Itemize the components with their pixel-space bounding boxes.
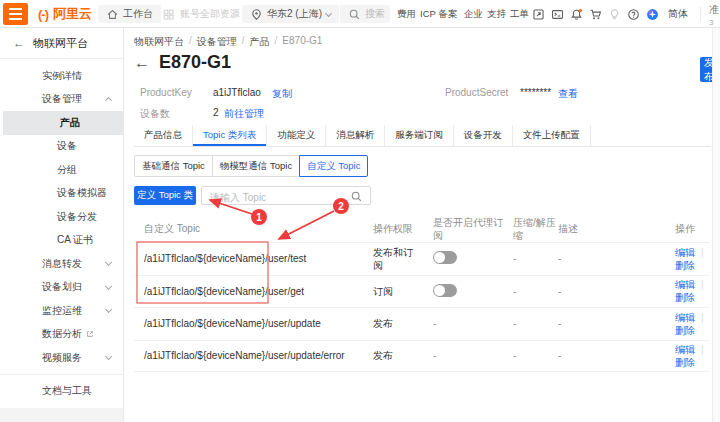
app-sphere-icon[interactable] — [646, 8, 659, 21]
breadcrumb-iot[interactable]: 物联网平台 — [134, 35, 184, 49]
segment-basic-topic[interactable]: 基础通信 Topic — [134, 155, 213, 177]
sidebar-item-ca-cert[interactable]: CA 证书 — [0, 229, 123, 253]
scrollbar-track[interactable] — [712, 28, 720, 422]
tab-topic-list[interactable]: Topic 类列表 — [193, 125, 267, 146]
breadcrumb: 物联网平台 / 设备管理 / 产品 / E870-G1 — [134, 35, 322, 49]
tab-file-upload-config[interactable]: 文件上传配置 — [513, 125, 591, 146]
help-icon[interactable] — [627, 8, 640, 21]
tab-server-subscription[interactable]: 服务端订阅 — [385, 125, 454, 146]
col-actions: 操作 — [675, 222, 710, 236]
sidebar-item-monitoring-ops[interactable]: 监控运维 — [0, 299, 123, 323]
sidebar-item-video-service[interactable]: 视频服务 — [0, 346, 123, 370]
aliyun-logo-icon: (-) — [38, 7, 48, 22]
topic-cell: /a1iJTflclao/${deviceName}/user/update — [144, 318, 373, 329]
chevron-up-icon — [105, 97, 112, 104]
view-link[interactable]: 查看 — [558, 87, 578, 101]
sidebar-title: 物联网平台 — [33, 36, 88, 51]
workbench-button[interactable]: 工作台 — [98, 5, 161, 23]
table-row: /a1iJTflclao/${deviceName}/user/update 发… — [134, 307, 710, 340]
product-secret-value: ******** — [520, 87, 551, 98]
account-scope-select[interactable]: 账号全部资源 — [162, 0, 250, 28]
location-icon — [250, 8, 263, 21]
col-permission: 操作权限 — [373, 222, 433, 235]
topbar-divider — [700, 7, 701, 21]
sidebar-item-device[interactable]: 设备 — [0, 135, 123, 159]
segment-model-topic[interactable]: 物模型通信 Topic — [212, 155, 300, 177]
device-count-label: 设备数 — [140, 107, 170, 121]
chevron-down-icon — [325, 9, 332, 16]
sidebar-item-docs-tools[interactable]: 文档与工具 — [0, 380, 123, 403]
sidebar-footer-band — [0, 408, 123, 422]
tab-message-parsing[interactable]: 消息解析 — [326, 125, 385, 146]
col-compression: 压缩/解压缩 — [513, 216, 558, 242]
menu-toggle-button[interactable] — [3, 3, 28, 25]
back-arrow-icon[interactable]: ← — [134, 54, 150, 72]
breadcrumb-current: E870-G1 — [282, 35, 322, 49]
topic-cell: /a1iJTflclao/${deviceName}/user/update/e… — [144, 350, 373, 361]
sidebar-item-device-management[interactable]: 设备管理 — [0, 88, 123, 112]
edit-link[interactable]: 编辑 — [675, 344, 695, 355]
topic-search-input[interactable]: 请输入 Topic — [201, 186, 371, 205]
lightbulb-icon[interactable] — [608, 8, 621, 21]
sidebar-item-instance-detail[interactable]: 实例详情 — [0, 64, 123, 88]
edit-link[interactable]: 编辑 — [675, 312, 695, 323]
sidebar-item-message-forwarding[interactable]: 消息转发 — [0, 252, 123, 276]
topnav-tickets[interactable]: 工单 — [510, 0, 529, 28]
permission-cell: 订阅 — [373, 285, 433, 298]
col-custom-topic: 自定义 Topic — [144, 222, 373, 236]
table-header: 自定义 Topic 操作权限 是否开启代理订阅 压缩/解压缩 描述 操作 — [134, 215, 710, 242]
segment-custom-topic[interactable]: 自定义 Topic — [299, 155, 368, 177]
notification-bell-icon[interactable] — [570, 8, 583, 21]
topnav-icp[interactable]: ICP 备案 — [420, 0, 457, 28]
sidebar-item-device-assignment[interactable]: 设备划归 — [0, 276, 123, 300]
chevron-down-icon — [105, 306, 112, 313]
proxy-subscribe-toggle[interactable] — [433, 284, 457, 297]
delete-link[interactable]: 删除 — [675, 292, 695, 303]
sidebar-divider — [0, 374, 123, 375]
delete-link[interactable]: 删除 — [675, 260, 695, 271]
breadcrumb-device-management[interactable]: 设备管理 — [197, 35, 237, 49]
back-arrow-icon[interactable]: ← — [13, 36, 25, 50]
cart-icon[interactable] — [589, 8, 602, 21]
sidebar-item-group[interactable]: 分组 — [0, 158, 123, 182]
tab-bar: 产品信息 Topic 类列表 功能定义 消息解析 服务端订阅 设备开发 文件上传… — [134, 125, 711, 147]
page-title: E870-G1 — [159, 52, 231, 73]
define-topic-button[interactable]: 定义 Topic 类 — [134, 186, 196, 205]
global-search[interactable]: 搜索 — [340, 5, 390, 23]
main-content: 物联网平台 / 设备管理 / 产品 / E870-G1 ← E870-G1 发布… — [124, 28, 720, 422]
delete-link[interactable]: 删除 — [675, 325, 695, 336]
tab-function-definition[interactable]: 功能定义 — [267, 125, 326, 146]
copy-link[interactable]: 复制 — [272, 87, 292, 101]
tab-product-info[interactable]: 产品信息 — [134, 125, 193, 146]
delete-link[interactable]: 删除 — [675, 357, 695, 368]
search-icon — [350, 190, 363, 203]
manage-link[interactable]: 前往管理 — [224, 107, 264, 121]
product-info: ProductKey a1iJTflclao 复制 ProductSecret … — [134, 84, 700, 124]
edit-link[interactable]: 编辑 — [675, 279, 695, 290]
table-row: /a1iJTflclao/${deviceName}/user/get 订阅 -… — [134, 275, 710, 308]
console-icon[interactable] — [551, 8, 564, 21]
sidebar-item-device-simulator[interactable]: 设备模拟器 — [0, 182, 123, 206]
sidebar: ← 物联网平台 实例详情 设备管理 产品 设备 分组 设备模拟器 设备分发 CA… — [0, 28, 124, 422]
region-select[interactable]: 华东2 (上海) — [242, 5, 339, 23]
aliyun-logo[interactable]: (-) 阿里云 — [38, 0, 92, 28]
edit-link[interactable]: 编辑 — [675, 247, 695, 258]
topnav-expenses[interactable]: 费用 — [397, 0, 416, 28]
sidebar-item-device-distribution[interactable]: 设备分发 — [0, 205, 123, 229]
sidebar-menu: 实例详情 设备管理 产品 设备 分组 设备模拟器 设备分发 CA 证书 消息转发… — [0, 59, 123, 370]
product-secret-label: ProductSecret — [445, 87, 508, 98]
language-switch[interactable]: 简体 — [668, 0, 688, 28]
sidebar-item-product[interactable]: 产品 — [3, 111, 123, 135]
app-center-icon[interactable] — [532, 8, 545, 21]
topnav-enterprise[interactable]: 企业 — [464, 0, 483, 28]
breadcrumb-product[interactable]: 产品 — [250, 35, 270, 49]
topic-cell: /a1iJTflclao/${deviceName}/user/test — [144, 253, 373, 264]
sidebar-item-data-analytics[interactable]: 数据分析 — [0, 323, 123, 347]
col-proxy-subscribe: 是否开启代理订阅 — [433, 216, 513, 242]
tab-device-development[interactable]: 设备开发 — [454, 125, 513, 146]
chevron-down-icon — [105, 283, 112, 290]
sidebar-header[interactable]: ← 物联网平台 — [0, 28, 123, 59]
topnav-support[interactable]: 支持 — [487, 0, 506, 28]
proxy-subscribe-toggle[interactable] — [433, 251, 457, 264]
topic-cell: /a1iJTflclao/${deviceName}/user/get — [144, 286, 373, 297]
